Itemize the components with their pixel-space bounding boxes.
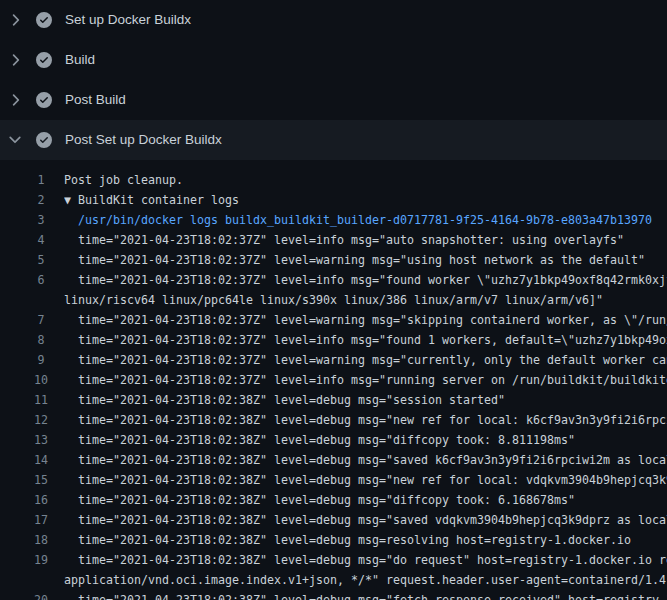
log-line-number[interactable]: 2 bbox=[0, 190, 82, 210]
log-row: 15 time="2021-04-23T18:02:38Z" level=deb… bbox=[0, 470, 667, 490]
log-line-text: time="2021-04-23T18:02:38Z" level=debug … bbox=[64, 530, 667, 550]
log-line-number[interactable]: 18 bbox=[0, 530, 82, 550]
log-row: 20 time="2021-04-23T18:02:38Z" level=deb… bbox=[0, 590, 667, 600]
log-line-number[interactable]: 10 bbox=[0, 370, 82, 390]
log-row: 17 time="2021-04-23T18:02:38Z" level=deb… bbox=[0, 510, 667, 530]
log-row: 12 time="2021-04-23T18:02:38Z" level=deb… bbox=[0, 410, 667, 430]
step-label: Post Build bbox=[65, 80, 126, 120]
log-group-header: ▼ BuildKit container logs bbox=[64, 190, 667, 210]
log-row: 7 time="2021-04-23T18:02:37Z" level=warn… bbox=[0, 310, 667, 330]
log-row: 19 time="2021-04-23T18:02:38Z" level=deb… bbox=[0, 550, 667, 570]
log-line-text: time="2021-04-23T18:02:38Z" level=debug … bbox=[64, 410, 667, 430]
step-list: Set up Docker Buildx Build Post Build Po… bbox=[0, 0, 667, 160]
log-row: 18 time="2021-04-23T18:02:38Z" level=deb… bbox=[0, 530, 667, 550]
log-line-number[interactable]: 12 bbox=[0, 410, 82, 430]
step-header-build[interactable]: Build bbox=[0, 40, 667, 80]
log-line-text: time="2021-04-23T18:02:37Z" level=info m… bbox=[64, 370, 667, 390]
step-header-post-build[interactable]: Post Build bbox=[0, 80, 667, 120]
log-line-text: time="2021-04-23T18:02:38Z" level=debug … bbox=[64, 470, 667, 490]
log-row: linux/riscv64 linux/ppc64le linux/s390x … bbox=[0, 290, 667, 310]
log-row: 1 Post job cleanup. bbox=[0, 170, 667, 190]
step-header-post-set-up-docker-buildx[interactable]: Post Set up Docker Buildx bbox=[0, 120, 667, 160]
log-line-number[interactable]: 16 bbox=[0, 490, 82, 510]
log-line-text: application/vnd.oci.image.index.v1+json,… bbox=[64, 570, 667, 590]
log-row: 11 time="2021-04-23T18:02:38Z" level=deb… bbox=[0, 390, 667, 410]
log-line-text: time="2021-04-23T18:02:38Z" level=debug … bbox=[64, 510, 667, 530]
chevron-down-icon bbox=[6, 131, 24, 149]
log-line-number[interactable]: 8 bbox=[0, 330, 82, 350]
log-line-text: Post job cleanup. bbox=[64, 170, 667, 190]
log-line-text: time="2021-04-23T18:02:38Z" level=debug … bbox=[64, 450, 667, 470]
log-line-text: time="2021-04-23T18:02:37Z" level=warnin… bbox=[64, 250, 667, 270]
log-line-text: time="2021-04-23T18:02:37Z" level=warnin… bbox=[64, 350, 667, 370]
log-line-number[interactable]: 4 bbox=[0, 230, 82, 250]
log-line-number[interactable]: 19 bbox=[0, 550, 82, 570]
log-line-number[interactable]: 17 bbox=[0, 510, 82, 530]
log-line-text: time="2021-04-23T18:02:37Z" level=warnin… bbox=[64, 310, 667, 330]
log-line-number[interactable]: 7 bbox=[0, 310, 82, 330]
log-line-text: time="2021-04-23T18:02:38Z" level=debug … bbox=[64, 550, 667, 570]
log-command-text: /usr/bin/docker logs buildx_buildkit_bui… bbox=[64, 210, 667, 230]
check-circle-icon bbox=[36, 132, 52, 148]
log-row: 6 time="2021-04-23T18:02:37Z" level=info… bbox=[0, 270, 667, 290]
log-line-number[interactable]: 11 bbox=[0, 390, 82, 410]
log-line-text: time="2021-04-23T18:02:37Z" level=info m… bbox=[64, 230, 667, 250]
chevron-right-icon bbox=[6, 91, 24, 109]
log-line-text: linux/riscv64 linux/ppc64le linux/s390x … bbox=[64, 290, 667, 310]
check-circle-icon bbox=[36, 52, 52, 68]
log-row: 4 time="2021-04-23T18:02:37Z" level=info… bbox=[0, 230, 667, 250]
log-line-text: time="2021-04-23T18:02:37Z" level=info m… bbox=[64, 270, 667, 290]
log-line-number[interactable]: 3 bbox=[0, 210, 82, 230]
log-line-text: time="2021-04-23T18:02:38Z" level=debug … bbox=[64, 430, 667, 450]
log-line-number[interactable]: 9 bbox=[0, 350, 82, 370]
log-line-number[interactable]: 13 bbox=[0, 430, 82, 450]
chevron-right-icon bbox=[6, 51, 24, 69]
step-label: Set up Docker Buildx bbox=[65, 0, 191, 40]
log-line-text: time="2021-04-23T18:02:38Z" level=debug … bbox=[64, 490, 667, 510]
check-circle-icon bbox=[36, 12, 52, 28]
log-row: 16 time="2021-04-23T18:02:38Z" level=deb… bbox=[0, 490, 667, 510]
log-row: 2 ▼ BuildKit container logs bbox=[0, 190, 667, 210]
log-row: 8 time="2021-04-23T18:02:37Z" level=info… bbox=[0, 330, 667, 350]
check-circle-icon bbox=[36, 92, 52, 108]
log-row: 13 time="2021-04-23T18:02:38Z" level=deb… bbox=[0, 430, 667, 450]
log-line-text: time="2021-04-23T18:02:37Z" level=info m… bbox=[64, 330, 667, 350]
step-label: Post Set up Docker Buildx bbox=[65, 120, 222, 160]
log-line-text: time="2021-04-23T18:02:38Z" level=debug … bbox=[64, 590, 667, 600]
workflow-log-panel: Set up Docker Buildx Build Post Build Po… bbox=[0, 0, 667, 600]
log-group-title[interactable]: BuildKit container logs bbox=[78, 193, 239, 207]
log-line-number[interactable]: 5 bbox=[0, 250, 82, 270]
log-row: 10 time="2021-04-23T18:02:37Z" level=inf… bbox=[0, 370, 667, 390]
log-row: 3 /usr/bin/docker logs buildx_buildkit_b… bbox=[0, 210, 667, 230]
log-line-number[interactable]: 6 bbox=[0, 270, 82, 290]
log-row: 9 time="2021-04-23T18:02:37Z" level=warn… bbox=[0, 350, 667, 370]
log-line-text: time="2021-04-23T18:02:38Z" level=debug … bbox=[64, 390, 667, 410]
log-line-number[interactable]: 1 bbox=[0, 170, 82, 190]
log-line-number[interactable]: 14 bbox=[0, 450, 82, 470]
log-row: 14 time="2021-04-23T18:02:38Z" level=deb… bbox=[0, 450, 667, 470]
step-log-container: 1 Post job cleanup. 2 ▼ BuildKit contain… bbox=[0, 160, 667, 600]
step-label: Build bbox=[65, 40, 95, 80]
chevron-right-icon bbox=[6, 11, 24, 29]
log-line-number[interactable]: 15 bbox=[0, 470, 82, 490]
log-row: 5 time="2021-04-23T18:02:37Z" level=warn… bbox=[0, 250, 667, 270]
log-line-number[interactable]: 20 bbox=[0, 590, 82, 600]
log-row: application/vnd.oci.image.index.v1+json,… bbox=[0, 570, 667, 590]
step-header-set-up-docker-buildx[interactable]: Set up Docker Buildx bbox=[0, 0, 667, 40]
